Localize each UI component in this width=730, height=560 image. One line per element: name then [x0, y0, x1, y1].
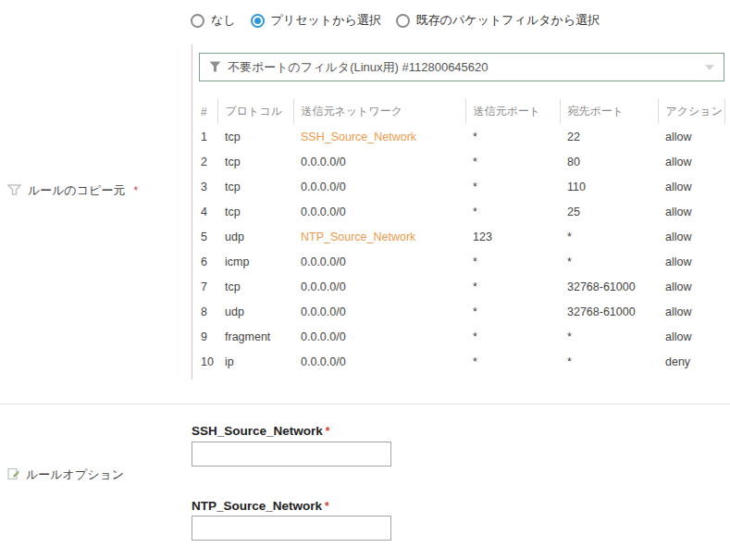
cell-destination-port: * [560, 249, 658, 274]
required-mark: * [325, 500, 329, 513]
table-row: 7tcp0.0.0.0/0*32768-61000allow [195, 274, 724, 299]
rule-copy-icon [7, 184, 21, 198]
rule-options-text: ルールオプション [26, 467, 124, 483]
cell-action: deny [658, 349, 724, 374]
cell-source-port: * [465, 274, 560, 299]
cell-source-network[interactable]: SSH_Source_Network [293, 124, 465, 149]
cell-source-port: 123 [465, 224, 560, 249]
table-header-cell: 宛先ポート [560, 99, 658, 124]
cell-destination-port: 32768-61000 [560, 299, 658, 324]
cell-row-number: 7 [195, 274, 217, 299]
cell-destination-port: 110 [560, 174, 658, 199]
table-header-cell: # [195, 99, 217, 124]
cell-row-number: 4 [195, 199, 217, 224]
cell-action: allow [658, 149, 724, 174]
table-row: 1tcpSSH_Source_Network*22allow [195, 124, 724, 149]
table-row: 5udpNTP_Source_Network123*allow [195, 224, 724, 249]
cell-source-network: 0.0.0.0/0 [293, 299, 465, 324]
preset-filter-select[interactable]: 不要ポートのフィルタ(Linux用) #112800645620 [199, 53, 724, 81]
cell-protocol: udp [217, 299, 293, 324]
cell-action: allow [658, 224, 724, 249]
cell-action: allow [658, 324, 724, 349]
radio-icon[interactable] [251, 14, 265, 28]
cell-protocol: fragment [217, 324, 293, 349]
cell-row-number: 8 [195, 299, 217, 324]
table-row: 9fragment0.0.0.0/0**allow [195, 324, 724, 349]
rule-copy-source-label: ルールのコピー元 * [7, 182, 138, 199]
cell-source-network: 0.0.0.0/0 [293, 249, 465, 274]
table-body: 1tcpSSH_Source_Network*22allow2tcp0.0.0.… [195, 124, 724, 374]
table-header-row: #プロトコル送信元ネットワーク送信元ポート宛先ポートアクション [195, 99, 724, 124]
cell-action: allow [658, 174, 724, 199]
radio-option-existing-filter[interactable]: 既存のパケットフィルタから選択 [396, 12, 600, 29]
cell-destination-port: 32768-61000 [560, 274, 658, 299]
cell-row-number: 3 [195, 174, 217, 199]
cell-source-network: 0.0.0.0/0 [293, 174, 465, 199]
cell-source-port: * [465, 199, 560, 224]
table-row: 10ip0.0.0.0/0**deny [195, 349, 724, 374]
section-indicator-line [192, 44, 192, 380]
cell-protocol: icmp [217, 249, 293, 274]
field-label-text: SSH_Source_Network [192, 424, 323, 438]
cell-row-number: 10 [195, 349, 217, 374]
ssh-source-network-label: SSH_Source_Network* [192, 424, 329, 438]
table-header-cell: 送信元ポート [465, 99, 560, 124]
cell-destination-port: * [560, 224, 658, 249]
radio-icon[interactable] [396, 14, 410, 28]
cell-action: allow [658, 274, 724, 299]
cell-source-network: 0.0.0.0/0 [293, 324, 465, 349]
radio-label: なし [211, 12, 236, 29]
rule-options-icon [7, 467, 19, 483]
cell-protocol: tcp [217, 199, 293, 224]
table-header-cell: 送信元ネットワーク [293, 99, 465, 124]
cell-source-port: * [465, 174, 560, 199]
radio-icon[interactable] [191, 14, 204, 28]
cell-row-number: 2 [195, 149, 217, 174]
cell-row-number: 5 [195, 224, 217, 249]
table-header-cell: プロトコル [217, 99, 293, 124]
rule-copy-source-text: ルールのコピー元 [28, 182, 126, 199]
table-row: 4tcp0.0.0.0/0*25allow [195, 199, 724, 224]
filter-icon [209, 59, 221, 76]
cell-source-network: 0.0.0.0/0 [293, 149, 465, 174]
cell-protocol: tcp [217, 124, 293, 149]
cell-action: allow [658, 249, 724, 274]
cell-source-port: * [465, 124, 560, 149]
required-mark: * [134, 184, 139, 197]
radio-option-preset[interactable]: プリセットから選択 [251, 12, 381, 29]
cell-action: allow [658, 299, 724, 324]
table-row: 3tcp0.0.0.0/0*110allow [195, 174, 724, 199]
cell-action: allow [658, 199, 724, 224]
cell-destination-port: 25 [560, 199, 658, 224]
cell-destination-port: * [560, 324, 658, 349]
cell-destination-port: * [560, 349, 658, 374]
section-divider [0, 404, 730, 404]
table-row: 6icmp0.0.0.0/0**allow [195, 249, 724, 274]
radio-option-none[interactable]: なし [191, 12, 236, 29]
field-label-text: NTP_Source_Network [192, 499, 322, 513]
chevron-down-icon [705, 65, 714, 70]
table-row: 2tcp0.0.0.0/0*80allow [195, 149, 724, 174]
cell-destination-port: 22 [560, 124, 658, 149]
radio-label: プリセットから選択 [271, 12, 381, 29]
packet-filter-rules-table: #プロトコル送信元ネットワーク送信元ポート宛先ポートアクション 1tcpSSH_… [195, 99, 725, 374]
preset-filter-value: 不要ポートのフィルタ(Linux用) #112800645620 [228, 59, 489, 76]
cell-protocol: tcp [217, 274, 293, 299]
required-mark: * [326, 425, 330, 438]
table-header-cell: アクション [658, 99, 724, 124]
cell-destination-port: 80 [560, 149, 658, 174]
cell-source-network: 0.0.0.0/0 [293, 349, 465, 374]
cell-protocol: ip [217, 349, 293, 374]
rule-source-mode-group: なし プリセットから選択 既存のパケットフィルタから選択 [191, 12, 600, 29]
cell-protocol: tcp [217, 149, 293, 174]
cell-row-number: 6 [195, 249, 217, 274]
cell-protocol: udp [217, 224, 293, 249]
cell-source-port: * [465, 149, 560, 174]
cell-protocol: tcp [217, 174, 293, 199]
cell-row-number: 1 [195, 124, 217, 149]
cell-source-network: 0.0.0.0/0 [293, 274, 465, 299]
table-row: 8udp0.0.0.0/0*32768-61000allow [195, 299, 724, 324]
cell-source-network[interactable]: NTP_Source_Network [293, 224, 465, 249]
ssh-source-network-input[interactable] [192, 442, 391, 467]
ntp-source-network-input[interactable] [192, 516, 391, 541]
